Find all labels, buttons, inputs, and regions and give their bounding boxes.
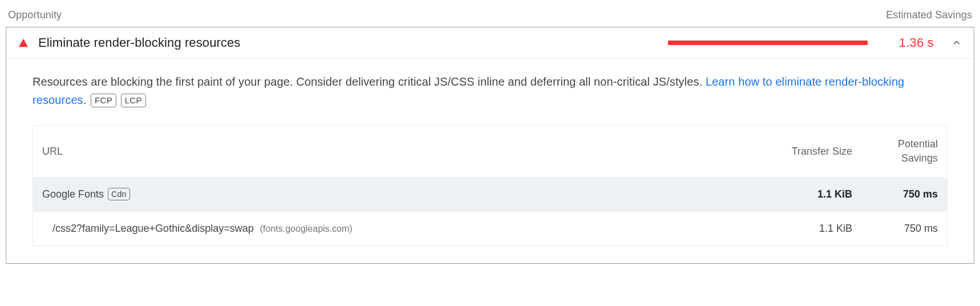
group-savings: 750 ms <box>852 188 938 200</box>
metric-tag-lcp: LCP <box>121 94 146 107</box>
group-label: Google Fonts <box>42 188 104 200</box>
group-tag-cdn: Cdn <box>108 188 130 200</box>
row-url-cell: /css2?family=League+Gothic&display=swap … <box>42 223 750 235</box>
resources-table: URL Transfer Size Potential Savings Goog… <box>33 125 947 246</box>
th-transfer-size: Transfer Size <box>750 146 852 158</box>
table-row: /css2?family=League+Gothic&display=swap … <box>33 211 947 245</box>
audit-description: Resources are blocking the first paint o… <box>33 73 947 109</box>
row-size: 1.1 KiB <box>750 223 852 235</box>
table-group-row: Google Fonts Cdn 1.1 KiB 750 ms <box>33 177 947 211</box>
group-size: 1.1 KiB <box>750 188 852 200</box>
row-path: /css2?family=League+Gothic&display=swap <box>52 223 254 234</box>
metric-tag-fcp: FCP <box>91 94 116 107</box>
description-dot: . <box>83 94 87 106</box>
audit-title: Eliminate render-blocking resources <box>38 35 659 50</box>
audit-panel: Eliminate render-blocking resources 1.36… <box>6 27 974 264</box>
column-headers: Opportunity Estimated Savings <box>6 6 974 27</box>
savings-bar <box>668 41 868 45</box>
th-url: URL <box>42 146 750 158</box>
th-potential-savings: Potential Savings <box>852 137 938 166</box>
row-host: (fonts.googleapis.com) <box>260 224 353 233</box>
savings-bar-fill <box>668 41 868 45</box>
header-estimated-savings: Estimated Savings <box>886 9 972 21</box>
audit-summary-row[interactable]: Eliminate render-blocking resources 1.36… <box>6 27 974 58</box>
audit-details: Resources are blocking the first paint o… <box>6 58 974 263</box>
description-text: Resources are blocking the first paint o… <box>33 75 706 88</box>
chevron-up-icon <box>951 37 962 49</box>
header-opportunity: Opportunity <box>8 9 62 21</box>
group-label-cell: Google Fonts Cdn <box>42 188 750 200</box>
savings-value: 1.36 s <box>894 35 934 50</box>
fail-triangle-icon <box>18 37 29 49</box>
table-header: URL Transfer Size Potential Savings <box>33 126 947 177</box>
row-savings: 750 ms <box>852 223 938 235</box>
